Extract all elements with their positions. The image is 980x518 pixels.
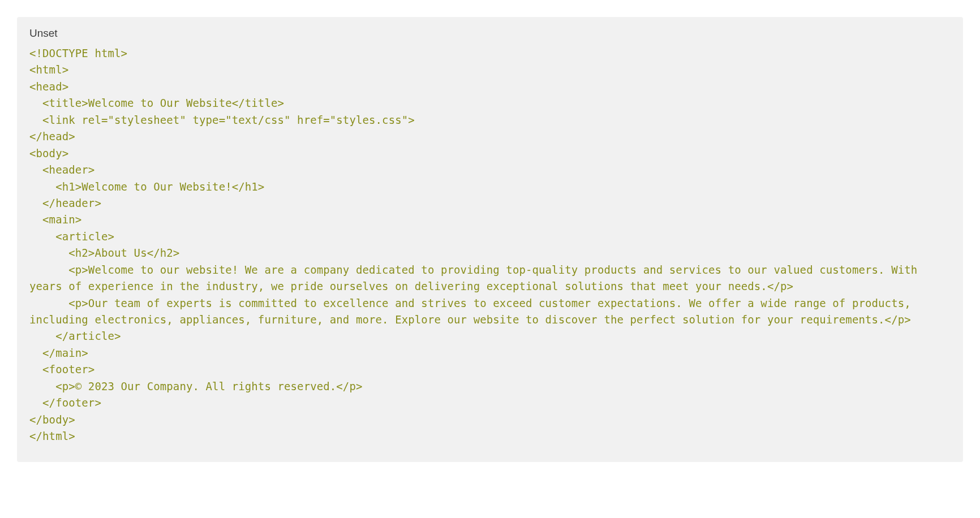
language-label: Unset <box>29 27 951 40</box>
code-content: <!DOCTYPE html> <html> <head> <title>Wel… <box>29 45 951 445</box>
code-block: Unset <!DOCTYPE html> <html> <head> <tit… <box>17 17 963 462</box>
